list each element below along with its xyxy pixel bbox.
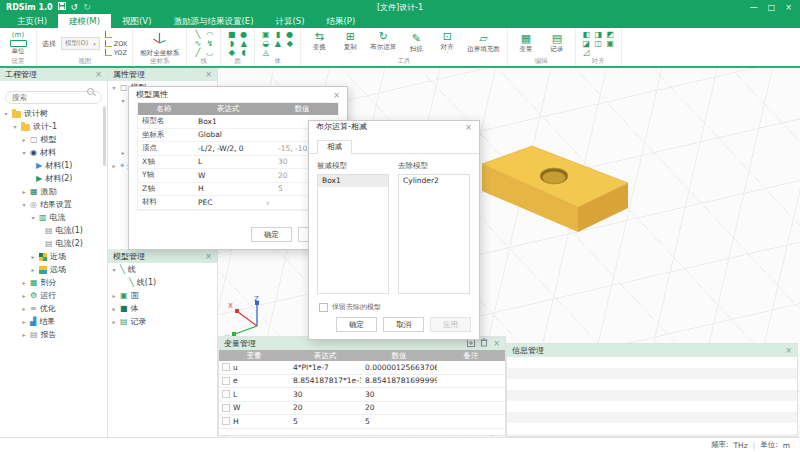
pyramid-icon[interactable]: ◬ bbox=[260, 48, 271, 57]
expander-icon[interactable]: ▾ bbox=[21, 201, 27, 208]
material-dropdown[interactable]: PEC∨ bbox=[194, 198, 274, 207]
save-icon[interactable] bbox=[58, 2, 66, 12]
expander-icon[interactable]: ▾ bbox=[21, 149, 27, 156]
expander-icon[interactable]: ▾ bbox=[30, 214, 36, 221]
table-row-L[interactable]: L3030 bbox=[219, 388, 505, 402]
plane-zox-button[interactable]: ZOX bbox=[105, 40, 128, 48]
table-row-W[interactable]: W2020 bbox=[219, 402, 505, 416]
cancel-button[interactable]: 取消 bbox=[383, 317, 424, 332]
delete-variable-icon[interactable] bbox=[480, 338, 488, 349]
tree-item-excitation[interactable]: ▸▦激励 bbox=[0, 185, 107, 198]
add-variable-icon[interactable] bbox=[467, 339, 475, 349]
expander-icon[interactable]: ▸ bbox=[21, 305, 27, 312]
expander-icon[interactable]: ▸ bbox=[30, 266, 36, 273]
tree-item-design-tree[interactable]: ▾设计树 bbox=[0, 107, 107, 120]
scrollbar[interactable] bbox=[103, 106, 106, 166]
align-right-icon[interactable]: ◨ bbox=[593, 30, 604, 39]
close-icon[interactable]: × bbox=[205, 252, 212, 261]
tab-subtract[interactable]: 相减 bbox=[317, 140, 352, 154]
expander-icon[interactable]: ▾ bbox=[12, 123, 18, 130]
expander-icon[interactable]: ▾ bbox=[111, 84, 117, 91]
table-row-H[interactable]: H55 bbox=[219, 415, 505, 429]
checkbox[interactable] bbox=[222, 390, 230, 398]
table-row-e[interactable]: e8.854187817*1e-128.8541878169999999e-..… bbox=[219, 375, 505, 389]
expander-icon[interactable]: ▸ bbox=[111, 305, 117, 312]
model-select-dropdown[interactable]: 模型(O) ▾ bbox=[61, 37, 100, 50]
expander-icon[interactable]: ▾ bbox=[3, 110, 9, 117]
list-item-cylinder2[interactable]: Cylinder2 bbox=[399, 175, 469, 187]
tree-item-result-settings[interactable]: ▾◎结果设置 bbox=[0, 198, 107, 211]
ellipse-icon[interactable]: ◗ bbox=[226, 39, 237, 48]
tree-item-faces[interactable]: ▸▣面 bbox=[108, 289, 217, 302]
minimize-button[interactable]: — bbox=[750, 3, 758, 12]
cuboid-icon[interactable]: ▣ bbox=[260, 30, 271, 39]
plane-yoz-button[interactable]: YOZ bbox=[105, 49, 128, 57]
align-bottom-icon[interactable]: ◪ bbox=[581, 39, 592, 48]
tree-item-results[interactable]: ▸▟结果 bbox=[0, 315, 107, 328]
list-item-box1[interactable]: Box1 bbox=[318, 175, 388, 187]
redo-icon[interactable]: ↻ bbox=[83, 2, 91, 12]
maximize-button[interactable]: □ bbox=[768, 3, 776, 12]
expander-icon[interactable]: ▸ bbox=[21, 279, 27, 286]
tab-results[interactable]: 结果(P) bbox=[316, 14, 367, 28]
expander-icon[interactable]: ▸ bbox=[111, 318, 117, 325]
close-icon[interactable]: × bbox=[333, 90, 340, 100]
tree-item-records[interactable]: ▸▤记录 bbox=[108, 315, 217, 328]
curve-icon[interactable]: ◡ bbox=[204, 48, 215, 57]
boundary-fill-button[interactable]: ▱边界填充面 bbox=[465, 33, 502, 54]
plane-xoy-button[interactable] bbox=[105, 31, 128, 39]
torus-icon[interactable]: ◆ bbox=[284, 39, 295, 48]
tree-item-material-2[interactable]: ▶材料(2) bbox=[0, 172, 107, 185]
expander-icon[interactable]: ▸ bbox=[21, 292, 27, 299]
rectangle-icon[interactable]: ■ bbox=[226, 30, 237, 39]
sweep-button[interactable]: ✎扫掠 bbox=[403, 33, 429, 54]
model-box-with-hole[interactable] bbox=[470, 130, 640, 240]
tab-compute[interactable]: 计算(S) bbox=[264, 14, 315, 28]
close-icon[interactable]: × bbox=[785, 346, 792, 355]
polyline-icon[interactable]: ↯ bbox=[204, 39, 215, 48]
relative-global-csys-button[interactable]: 相对全坐标系 bbox=[138, 30, 181, 58]
cylinder-icon[interactable]: ▮ bbox=[272, 30, 283, 39]
checkbox[interactable] bbox=[222, 363, 230, 371]
tree-item-far-field[interactable]: ▸远场 bbox=[0, 263, 107, 276]
polygon-icon[interactable]: ◆ bbox=[226, 48, 237, 57]
align-middle-icon[interactable]: ▣ bbox=[605, 39, 616, 48]
tree-item-lines[interactable]: ▾╲线 bbox=[108, 263, 217, 276]
copy-button[interactable]: ⊞复制ˇ bbox=[337, 31, 363, 56]
expander-icon[interactable]: ▸ bbox=[21, 136, 27, 143]
tree-item-current-1[interactable]: ▤电流(1) bbox=[0, 224, 107, 237]
unit-button[interactable]: (m) 单位 bbox=[5, 31, 31, 56]
line-icon[interactable]: ╲ bbox=[192, 30, 203, 39]
expander-icon[interactable]: ▸ bbox=[111, 292, 117, 299]
align-center-icon[interactable]: ◫ bbox=[593, 39, 604, 48]
ellipsoid-icon[interactable]: ◒ bbox=[260, 39, 271, 48]
keep-removed-model-option[interactable]: 保留去除的模型 bbox=[319, 302, 469, 312]
tree-item-current[interactable]: ▾▥电流 bbox=[0, 211, 107, 224]
expander-icon[interactable]: ▾ bbox=[120, 97, 126, 104]
segment-icon[interactable]: ╱ bbox=[192, 48, 203, 57]
close-icon[interactable]: × bbox=[95, 70, 102, 79]
align-angle-icon[interactable]: ◿ bbox=[581, 48, 592, 57]
tab-view[interactable]: 视图(V) bbox=[111, 14, 162, 28]
cone-icon[interactable]: ▲ bbox=[272, 39, 283, 48]
tree-item-model[interactable]: ▸▢模型 bbox=[0, 133, 107, 146]
tree-item-mesh[interactable]: ▸▦剖分 bbox=[0, 276, 107, 289]
spline-icon[interactable]: ∿ bbox=[192, 39, 203, 48]
expander-icon[interactable]: ▸ bbox=[21, 331, 27, 338]
close-icon[interactable]: × bbox=[493, 339, 500, 348]
tree-item-material-1[interactable]: ▶材料(1) bbox=[0, 159, 107, 172]
record-button[interactable]: ▤记录 bbox=[544, 33, 570, 54]
arc-icon[interactable]: ◠ bbox=[204, 30, 215, 39]
expander-icon[interactable]: ▾ bbox=[111, 266, 117, 273]
undo-icon[interactable]: ↺ bbox=[71, 2, 79, 12]
tree-item-design-1[interactable]: ▾设计-1 bbox=[0, 120, 107, 133]
ok-button[interactable]: 确定 bbox=[336, 317, 377, 332]
checkbox[interactable] bbox=[222, 377, 230, 385]
tree-item-near-field[interactable]: ▸近场 bbox=[0, 250, 107, 263]
close-button[interactable]: × bbox=[785, 3, 792, 12]
sphere-icon[interactable]: ● bbox=[284, 30, 295, 39]
tree-item-optimize[interactable]: ▸≡优化 bbox=[0, 302, 107, 315]
checkbox[interactable] bbox=[319, 303, 328, 312]
boolean-operation-button[interactable]: ↻布尔运算ˇ bbox=[368, 31, 398, 56]
triangle-icon[interactable]: ▲ bbox=[238, 39, 249, 48]
